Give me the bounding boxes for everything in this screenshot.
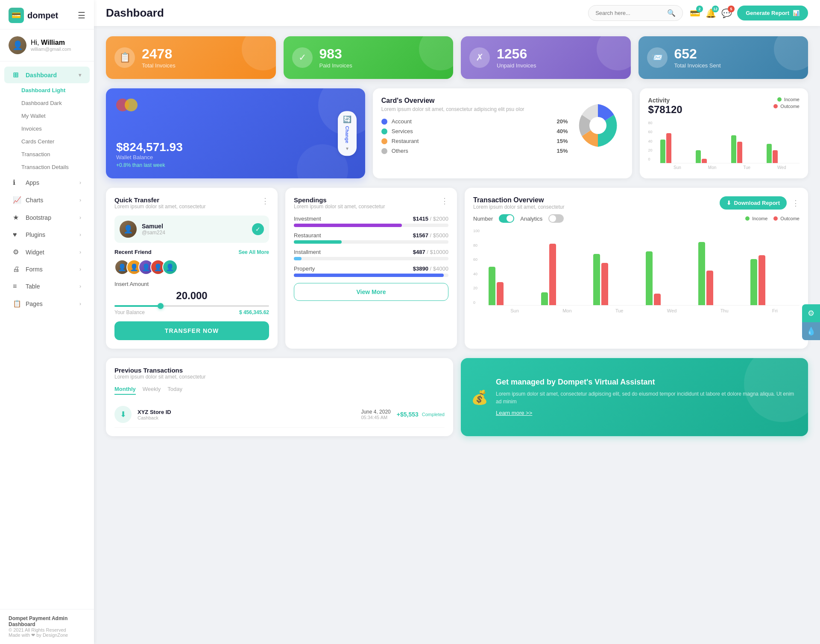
stat-label: Total Invoices: [142, 62, 176, 69]
stat-info: 983 Paid Invoices: [319, 47, 352, 69]
stat-info: 1256 Unpaid Invoices: [497, 47, 536, 69]
tx-row-datetime: June 4, 2020 05:34:45 AM: [361, 409, 390, 420]
more-options-icon[interactable]: ⋮: [792, 198, 800, 208]
sidebar-subitem-cards-center[interactable]: Cards Center: [17, 135, 94, 148]
ov-label: Restaurant: [392, 138, 553, 144]
sidebar-item-dashboard[interactable]: ⊞ Dashboard ▾: [4, 67, 90, 83]
card-deco: [774, 36, 808, 70]
avatar: 👤: [9, 36, 26, 54]
sidebar-subitem-dashboard-dark[interactable]: Dashboard Dark: [17, 97, 94, 109]
water-side-button[interactable]: 💧: [802, 322, 820, 340]
activity-chart: 806040200: [648, 121, 800, 170]
paid-icon-wrap: ✓: [292, 47, 313, 68]
pages-icon: 📋: [13, 300, 21, 308]
see-all-link[interactable]: See All More: [238, 249, 269, 255]
overview-desc: Lorem ipsum dolor sit amet, consectetur …: [381, 106, 568, 112]
sidebar-item-widget[interactable]: ⚙ Widget ›: [4, 244, 90, 260]
list-item: Account 20%: [381, 118, 568, 125]
list-item: Investment $1415 / $2000: [294, 216, 448, 227]
insert-amount-value: 20.000: [114, 290, 269, 302]
clipboard-icon: 📋: [119, 52, 131, 63]
ov-pct: 15%: [557, 148, 568, 154]
sidebar-item-apps[interactable]: ℹ Apps ›: [4, 174, 90, 191]
stat-label: Unpaid Invoices: [497, 62, 536, 69]
footer-made-by: Made with ❤ by DesignZone: [9, 632, 85, 638]
va-text: Get managed by Dompet's Virtual Assistan…: [496, 378, 798, 417]
sidebar-item-bootstrap[interactable]: ★ Bootstrap ›: [4, 209, 90, 226]
sidebar-item-forms[interactable]: 🖨 Forms ›: [4, 261, 90, 277]
friend-card: 👤 Samuel @sam224 ✓: [114, 216, 269, 243]
charts-icon: 📈: [13, 196, 21, 204]
table-row: ⬇ XYZ Store ID Cashback June 4, 2020 05:…: [114, 402, 445, 428]
toggle-analytics-switch[interactable]: [548, 214, 564, 223]
download-report-button[interactable]: ⬇ Download Report: [720, 196, 787, 210]
ov-label: Others: [392, 148, 553, 154]
spend-more-icon[interactable]: ⋮: [441, 196, 448, 210]
sent-icon-wrap: 📨: [647, 47, 668, 68]
friend-avatar-5[interactable]: 👤: [162, 259, 178, 275]
hamburger-button[interactable]: ☰: [78, 10, 85, 20]
income-dot: [777, 97, 782, 102]
prev-tx-title: Previous Transactions: [114, 367, 445, 374]
sidebar-subitem-transaction[interactable]: Transaction: [17, 148, 94, 160]
stat-number: 983: [319, 47, 352, 61]
wallet-icon-wrap[interactable]: 💳 2: [690, 8, 700, 18]
dashboard-icon: ⊞: [13, 71, 21, 79]
more-options-icon[interactable]: ⋮: [261, 196, 269, 206]
toggle-number-switch[interactable]: [499, 214, 514, 223]
sidebar-item-plugins[interactable]: ♥ Plugins ›: [4, 227, 90, 243]
chevron-right-icon: ›: [79, 180, 81, 186]
sidebar-item-pages[interactable]: 📋 Pages ›: [4, 295, 90, 312]
sidebar-subitem-dashboard-light[interactable]: Dashboard Light: [17, 84, 94, 96]
view-more-button[interactable]: View More: [294, 283, 448, 301]
slider-thumb[interactable]: [158, 303, 164, 309]
tab-today[interactable]: Today: [167, 386, 182, 395]
sidebar-item-table[interactable]: ≡ Table ›: [4, 278, 90, 294]
sidebar-subitem-transaction-details[interactable]: Transaction Details: [17, 161, 94, 173]
prev-tx-desc: Lorem ipsum dolor sit amet, consectetur: [114, 374, 445, 380]
recent-friend-label: Recent Friend See All More: [114, 249, 269, 255]
balance-line: Your Balance $ 456,345.62: [114, 309, 269, 315]
change-button[interactable]: 🔄 Change ▾: [338, 111, 357, 156]
plugins-icon: ♥: [13, 231, 21, 239]
tab-monthly[interactable]: Monthly: [114, 386, 136, 395]
card-deco: [419, 36, 453, 70]
search-box[interactable]: 🔍: [588, 5, 683, 21]
sidebar-item-label: Apps: [26, 179, 39, 186]
income-dot: [745, 216, 750, 221]
chat-icon-wrap[interactable]: 💬 5: [721, 8, 732, 18]
slider-bar: [114, 305, 269, 307]
activity-title: Activity: [648, 97, 682, 104]
tab-weekly[interactable]: Weekly: [143, 386, 161, 395]
sidebar-subitem-my-wallet[interactable]: My Wallet: [17, 110, 94, 122]
tx-tabs: Monthly Weekly Today: [114, 386, 445, 395]
va-learn-more-link[interactable]: Learn more >>: [496, 410, 532, 416]
amount-slider[interactable]: [114, 305, 269, 307]
tx-header: Transaction Overview Lorem ipsum dolor s…: [473, 196, 800, 210]
friend-info: Samuel @sam224: [142, 223, 165, 236]
toggle-knob: [549, 215, 556, 222]
user-info: Hi, William william@gmail.com: [31, 39, 71, 52]
bell-icon-wrap[interactable]: 🔔 12: [706, 8, 716, 18]
spend-name: Installment: [294, 249, 321, 255]
tx-row-type: Cashback: [138, 415, 355, 420]
balance-amount: $ 456,345.62: [239, 309, 269, 315]
spend-title: Spendings: [294, 196, 385, 204]
search-input[interactable]: [595, 10, 664, 16]
sidebar-subitem-invoices[interactable]: Invoices: [17, 122, 94, 135]
tx-controls: ⬇ Download Report ⋮: [720, 196, 800, 210]
va-desc: Lorem ipsum dolor sit amet, consectetur …: [496, 390, 798, 405]
stat-card-total-invoices: 📋 2478 Total Invoices: [106, 36, 276, 79]
bootstrap-icon: ★: [13, 213, 21, 221]
search-icon: 🔍: [667, 9, 676, 17]
mc-yellow-circle: [125, 99, 138, 111]
settings-side-button[interactable]: ⚙: [802, 304, 820, 322]
sidebar-item-charts[interactable]: 📈 Charts ›: [4, 192, 90, 208]
transfer-now-button[interactable]: TRANSFER NOW: [114, 321, 269, 340]
sidebar-item-label: Widget: [26, 249, 44, 256]
forms-icon: 🖨: [13, 265, 21, 273]
sidebar-item-label: Charts: [26, 197, 43, 204]
sidebar-user: 👤 Hi, William william@gmail.com: [0, 29, 94, 61]
generate-report-button[interactable]: Generate Report 📊: [737, 6, 808, 20]
user-greeting: Hi, William: [31, 39, 71, 47]
